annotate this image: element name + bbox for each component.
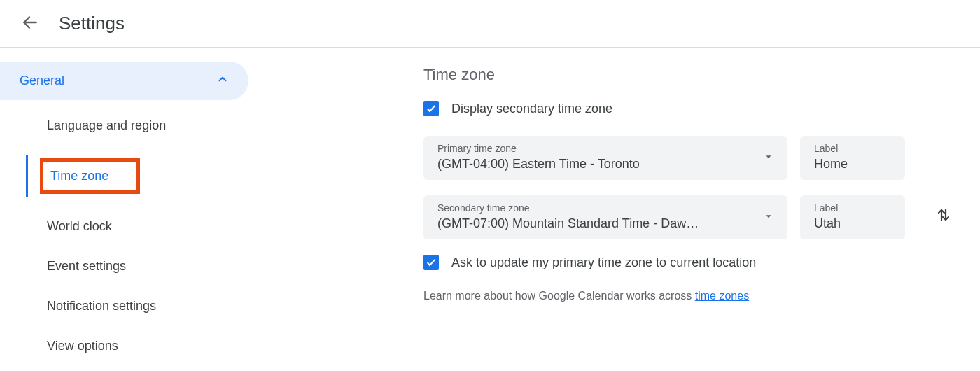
sidebar-item-event-settings[interactable]: Event settings [27,246,248,286]
swap-timezones-icon[interactable] [935,206,952,226]
content-area: General Language and region Time zone Wo… [0,48,980,366]
display-secondary-row: Display secondary time zone [424,101,980,116]
page-title: Settings [59,13,125,34]
main-panel: Time zone Display secondary time zone Pr… [248,48,980,366]
dropdown-arrow-icon [764,152,774,164]
chevron-up-icon [216,73,229,89]
secondary-tz-value: (GMT-07:00) Mountain Standard Time - Daw… [438,216,776,231]
ask-update-label: Ask to update my primary time zone to cu… [451,255,756,270]
secondary-timezone-select[interactable]: Secondary time zone (GMT-07:00) Mountain… [424,195,788,239]
sidebar-item-label: Notification settings [47,299,156,313]
sidebar-item-label: Time zone [50,169,108,183]
learn-more-text: Learn more about how Google Calendar wor… [424,290,980,302]
ask-update-row: Ask to update my primary time zone to cu… [424,255,980,270]
sidebar-item-language-region[interactable]: Language and region [27,106,248,146]
sidebar-item-time-zone[interactable]: Time zone [27,146,248,206]
section-title: Time zone [424,66,980,84]
sidebar-group-label: General [20,74,64,88]
svg-marker-2 [766,215,771,218]
secondary-label-value: Utah [814,216,894,231]
primary-label-value: Home [814,157,894,172]
main-inner: Time zone Display secondary time zone Pr… [424,66,980,302]
time-zones-link[interactable]: time zones [695,290,749,302]
primary-label-input[interactable]: Label Home [800,136,905,180]
back-arrow-icon[interactable] [21,13,39,34]
secondary-tz-field-label: Secondary time zone [438,202,776,214]
sidebar-item-view-options[interactable]: View options [27,326,248,366]
sidebar: General Language and region Time zone Wo… [0,48,248,366]
sidebar-group-general[interactable]: General [0,62,248,100]
primary-timezone-select[interactable]: Primary time zone (GMT-04:00) Eastern Ti… [424,136,788,180]
timezone-rows: Primary time zone (GMT-04:00) Eastern Ti… [424,136,980,239]
secondary-label-field: Label [814,202,894,214]
secondary-label-input[interactable]: Label Utah [800,195,905,239]
sidebar-item-label: View options [47,339,118,353]
svg-marker-1 [766,155,771,158]
secondary-timezone-row: Secondary time zone (GMT-07:00) Mountain… [424,195,980,239]
dropdown-arrow-icon [764,211,774,224]
sidebar-item-label: Event settings [47,259,126,273]
display-secondary-checkbox[interactable] [424,101,439,116]
highlight-annotation: Time zone [40,158,140,194]
sidebar-items: Language and region Time zone World cloc… [27,106,248,366]
display-secondary-label: Display secondary time zone [451,102,612,116]
ask-update-checkbox[interactable] [424,255,439,270]
sidebar-item-label: World clock [47,219,112,233]
settings-header: Settings [0,0,980,48]
primary-tz-field-label: Primary time zone [438,143,776,154]
primary-label-field: Label [814,143,894,154]
sidebar-item-label: Language and region [47,118,166,132]
learn-more-prefix: Learn more about how Google Calendar wor… [424,290,695,302]
sidebar-item-world-clock[interactable]: World clock [27,206,248,246]
primary-timezone-row: Primary time zone (GMT-04:00) Eastern Ti… [424,136,980,180]
primary-tz-value: (GMT-04:00) Eastern Time - Toronto [438,157,776,172]
sidebar-item-notification-settings[interactable]: Notification settings [27,286,248,326]
